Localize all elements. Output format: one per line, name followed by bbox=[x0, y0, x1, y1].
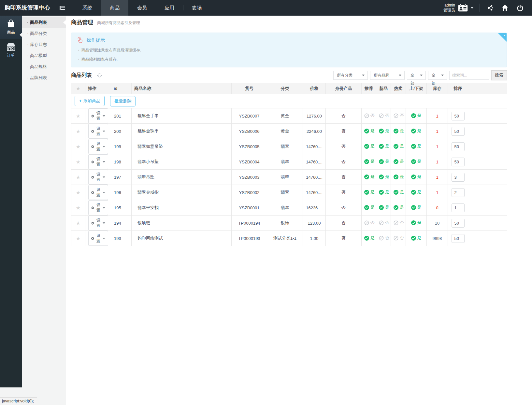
collapse-minus-glyph[interactable]: - bbox=[504, 33, 505, 38]
yes-badge[interactable]: 是 bbox=[364, 235, 375, 241]
sort-input[interactable] bbox=[452, 203, 465, 212]
yes-badge[interactable]: 是 bbox=[364, 189, 375, 195]
yes-badge[interactable]: 是 bbox=[364, 159, 375, 164]
cluster-apps-icon[interactable] bbox=[482, 0, 497, 16]
no-badge[interactable]: 否 bbox=[364, 113, 375, 119]
sidebar-item-product-model[interactable]: 商品模型 bbox=[22, 50, 66, 61]
no-badge[interactable]: 否 bbox=[379, 220, 389, 226]
row-settings-button[interactable]: 设置 bbox=[88, 108, 108, 123]
brand-filter-select[interactable]: 所有品牌 bbox=[370, 71, 405, 80]
sort-input[interactable] bbox=[452, 234, 465, 243]
yes-badge[interactable]: 是 bbox=[394, 128, 404, 134]
refresh-icon[interactable] bbox=[97, 73, 102, 78]
yes-badge[interactable]: 是 bbox=[394, 189, 404, 195]
no-badge[interactable]: 否 bbox=[394, 235, 404, 241]
row-settings-button[interactable]: 设置 bbox=[88, 139, 108, 154]
chevron-down-icon bbox=[103, 131, 105, 133]
home-icon[interactable] bbox=[497, 0, 512, 16]
id-card-icon[interactable] bbox=[458, 4, 468, 12]
row-settings-button[interactable]: 设置 bbox=[88, 231, 108, 246]
sidebar-item-product-list[interactable]: 商品列表 bbox=[22, 17, 66, 28]
favorite-star-icon[interactable]: ★ bbox=[76, 113, 80, 119]
user-info[interactable]: admin 管理员 bbox=[443, 3, 455, 13]
yes-badge[interactable]: 是 bbox=[411, 204, 422, 210]
yes-badge[interactable]: 是 bbox=[411, 128, 422, 134]
yes-badge[interactable]: 是 bbox=[379, 143, 389, 149]
row-settings-button[interactable]: 设置 bbox=[88, 170, 108, 185]
favorite-star-icon[interactable]: ★ bbox=[76, 236, 80, 241]
nav-item-members[interactable]: 会员 bbox=[128, 0, 156, 16]
nav-item-goods[interactable]: 商品 bbox=[101, 0, 128, 16]
yes-badge[interactable]: 是 bbox=[411, 174, 422, 180]
favorite-star-icon[interactable]: ★ bbox=[76, 144, 80, 149]
row-settings-button[interactable]: 设置 bbox=[88, 216, 108, 230]
table-row: ★设置201貔貅金手串YSZB0007黄金1276.00否否否否是1 bbox=[71, 108, 507, 124]
yes-badge[interactable]: 是 bbox=[394, 159, 404, 164]
sort-input[interactable] bbox=[452, 188, 465, 197]
sidebar-item-stock-log[interactable]: 库存日志 bbox=[22, 39, 66, 50]
yes-badge[interactable]: 是 bbox=[394, 143, 404, 149]
yes-badge[interactable]: 是 bbox=[411, 189, 422, 195]
yes-badge[interactable]: 是 bbox=[411, 143, 422, 149]
type-filter-select[interactable]: 全部 bbox=[428, 71, 447, 80]
user-menu-caret-icon[interactable] bbox=[470, 7, 474, 10]
no-badge[interactable]: 否 bbox=[394, 220, 404, 226]
sort-input[interactable] bbox=[452, 219, 465, 228]
no-badge[interactable]: 否 bbox=[364, 220, 375, 226]
action-cell: 设置 bbox=[85, 185, 111, 200]
yes-badge[interactable]: 是 bbox=[364, 128, 375, 134]
row-settings-button[interactable]: 设置 bbox=[88, 200, 108, 215]
yes-badge[interactable]: 是 bbox=[411, 220, 422, 226]
add-product-button[interactable]: +添加商品 bbox=[75, 96, 105, 106]
favorite-star-icon[interactable]: ★ bbox=[76, 175, 80, 180]
sort-input[interactable] bbox=[452, 158, 465, 166]
sort-input[interactable] bbox=[452, 173, 465, 182]
module-orders[interactable]: 订单 bbox=[0, 39, 22, 62]
favorite-star-icon[interactable]: ★ bbox=[76, 205, 80, 211]
yes-badge[interactable]: 是 bbox=[379, 159, 389, 164]
status-filter-select[interactable]: 全部 bbox=[407, 71, 426, 80]
name-cell: 翡翠吊坠 bbox=[132, 170, 232, 185]
sidebar-item-brand-list[interactable]: 品牌列表 bbox=[22, 72, 66, 83]
yes-badge[interactable]: 是 bbox=[411, 235, 422, 241]
no-badge[interactable]: 否 bbox=[394, 113, 404, 119]
yes-badge[interactable]: 是 bbox=[379, 174, 389, 180]
yes-badge[interactable]: 是 bbox=[379, 128, 389, 134]
blank-cell bbox=[468, 200, 507, 216]
nav-item-farm[interactable]: 农场 bbox=[183, 0, 210, 16]
row-settings-button[interactable]: 设置 bbox=[88, 124, 108, 139]
yes-badge[interactable]: 是 bbox=[379, 189, 389, 195]
favorite-star-icon[interactable]: ★ bbox=[76, 159, 80, 165]
sort-input[interactable] bbox=[452, 127, 465, 136]
sidebar-item-product-spec[interactable]: 商品规格 bbox=[22, 61, 66, 72]
category-filter-select[interactable]: 所有分类 bbox=[333, 71, 368, 80]
yes-badge[interactable]: 是 bbox=[379, 204, 389, 210]
favorite-star-icon[interactable]: ★ bbox=[76, 190, 80, 195]
no-badge[interactable]: 否 bbox=[379, 113, 389, 119]
sidebar-item-product-category[interactable]: 商品分类 bbox=[22, 28, 66, 39]
sort-cell bbox=[448, 154, 468, 170]
nav-item-apps[interactable]: 应用 bbox=[156, 0, 183, 16]
yes-badge[interactable]: 是 bbox=[411, 113, 422, 119]
favorite-star-icon[interactable]: ★ bbox=[76, 220, 80, 226]
no-badge[interactable]: 否 bbox=[379, 235, 389, 241]
favorite-star-icon[interactable]: ★ bbox=[76, 129, 80, 134]
yes-badge[interactable]: 是 bbox=[394, 174, 404, 180]
yes-badge[interactable]: 是 bbox=[394, 204, 404, 210]
yes-badge[interactable]: 是 bbox=[411, 159, 422, 164]
sidebar-toggle-button[interactable] bbox=[55, 0, 70, 16]
row-settings-button[interactable]: 设置 bbox=[88, 185, 108, 200]
row-settings-button[interactable]: 设置 bbox=[88, 154, 108, 169]
sort-input[interactable] bbox=[452, 142, 465, 151]
search-input[interactable] bbox=[449, 71, 489, 80]
yes-badge[interactable]: 是 bbox=[364, 143, 375, 149]
yes-badge[interactable]: 是 bbox=[364, 174, 375, 180]
yes-badge[interactable]: 是 bbox=[364, 204, 375, 210]
power-icon[interactable] bbox=[512, 0, 527, 16]
sort-input[interactable] bbox=[452, 112, 465, 120]
nav-item-system[interactable]: 系统 bbox=[74, 0, 101, 16]
brand-title[interactable]: 购印系统管理中心 bbox=[0, 0, 55, 16]
sku-cell: YSZB0003 bbox=[232, 170, 267, 185]
batch-delete-button[interactable]: 批量删除 bbox=[110, 96, 136, 106]
search-button[interactable]: 搜索 bbox=[491, 70, 507, 80]
